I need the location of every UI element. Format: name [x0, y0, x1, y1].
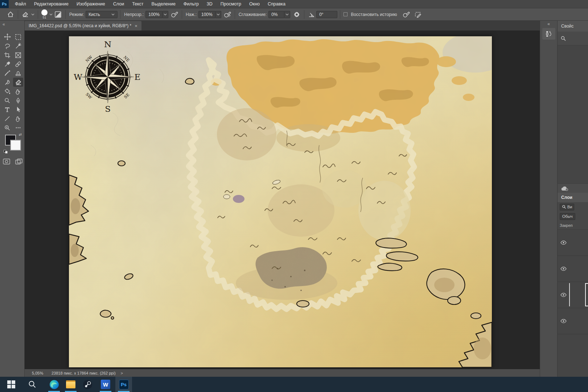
dropdown-caret-icon[interactable]	[163, 11, 168, 18]
more-tools[interactable]	[13, 123, 23, 132]
restore-history-label: Восстановить историю	[351, 12, 397, 17]
layer-row[interactable]	[558, 230, 588, 256]
flow-label: Наж.:	[186, 12, 197, 17]
start-button[interactable]	[3, 377, 20, 392]
taskbar-steam-button[interactable]	[79, 377, 96, 392]
lasso-tool[interactable]	[2, 41, 12, 50]
tablet-pressure-size-icon[interactable]	[402, 10, 411, 19]
layer-row[interactable]	[558, 256, 588, 282]
layer-row-selected[interactable]	[558, 282, 588, 308]
crop-tool[interactable]	[2, 50, 12, 60]
tablet-pressure-opacity-icon[interactable]	[170, 10, 179, 19]
quick-mask-icon[interactable]	[3, 159, 10, 166]
healing-brush-tool[interactable]	[13, 60, 23, 69]
clone-stamp-tool[interactable]	[13, 69, 23, 78]
menu-file[interactable]: Файл	[11, 0, 30, 8]
search-icon[interactable]	[560, 36, 566, 41]
pen-tool[interactable]	[13, 96, 23, 105]
screen-mode-icon[interactable]	[15, 159, 22, 166]
zoom-level-field[interactable]: 5,05%	[32, 371, 46, 375]
menu-3d[interactable]: 3D	[203, 0, 217, 8]
close-tab-icon[interactable]: ×	[135, 23, 137, 29]
layer-visibility-eye-icon[interactable]	[560, 293, 567, 297]
eraser-preset-icon[interactable]	[21, 10, 30, 19]
lock-row: Закреп	[558, 221, 588, 230]
windows-taskbar: W Ps	[0, 377, 588, 392]
dropdown-caret-icon[interactable]	[30, 10, 35, 19]
smudge-tool[interactable]	[13, 87, 23, 96]
search-icon	[28, 380, 37, 389]
hand-tool[interactable]	[13, 114, 23, 123]
eraser-tool[interactable]	[13, 78, 23, 87]
color-swatches: ⇄	[4, 132, 21, 151]
background-color-swatch[interactable]	[10, 140, 21, 151]
menu-bar: Ps Файл Редактирование Изображение Слои …	[0, 0, 588, 8]
history-brush-tool[interactable]	[2, 78, 12, 87]
airbrush-icon[interactable]	[223, 10, 232, 19]
path-select-tool[interactable]	[13, 105, 23, 114]
blend-mode-select[interactable]: Обыч	[560, 213, 575, 220]
layer-row[interactable]	[558, 308, 588, 334]
paint-bucket-tool[interactable]	[2, 87, 12, 96]
history-panel-icon[interactable]	[542, 28, 555, 40]
menu-window[interactable]: Окно	[245, 0, 264, 8]
dropdown-caret-icon	[111, 13, 115, 16]
taskbar-word-button[interactable]: W	[97, 377, 114, 392]
brush-tool[interactable]	[2, 69, 12, 78]
taskbar-photoshop-button[interactable]: Ps	[115, 377, 132, 392]
home-icon[interactable]	[6, 10, 15, 19]
brush-settings-panel-icon[interactable]	[53, 10, 63, 19]
restore-history-checkbox[interactable]	[344, 12, 348, 16]
collapse-tools-icon[interactable]: «	[0, 21, 24, 27]
menu-help[interactable]: Справка	[264, 0, 289, 8]
document-tab[interactable]: IMG_164422.psd @ 5,05% (леса и хуйня, RG…	[25, 21, 141, 30]
erase-to-history-icon[interactable]	[413, 10, 423, 19]
menu-view[interactable]: Просмотр	[217, 0, 245, 8]
layers-panel-title[interactable]: Слои	[558, 193, 588, 202]
brush-angle-value[interactable]: 0°	[316, 11, 337, 18]
dodge-tool[interactable]	[2, 96, 12, 105]
layer-visibility-eye-icon[interactable]	[560, 319, 567, 323]
type-tool[interactable]	[2, 105, 12, 114]
dropdown-caret-icon[interactable]	[284, 11, 290, 18]
menu-layers[interactable]: Слои	[109, 0, 128, 8]
collapse-panels-icon[interactable]: «	[540, 21, 557, 26]
dropdown-caret-icon[interactable]	[215, 11, 221, 18]
smoothing-value[interactable]: 0%	[268, 11, 284, 18]
brush-preview[interactable]: 51	[41, 9, 48, 19]
zoom-tool[interactable]	[2, 123, 12, 132]
taskbar-edge-button[interactable]	[46, 377, 62, 392]
layer-visibility-eye-icon[interactable]	[560, 267, 567, 271]
mode-label: Режим:	[69, 12, 84, 17]
mode-select[interactable]: Кисть	[86, 11, 118, 18]
selected-layer-bracket	[585, 283, 588, 306]
menu-type[interactable]: Текст	[128, 0, 147, 8]
frame-tool[interactable]	[13, 50, 23, 60]
layer-list	[558, 230, 588, 334]
opacity-value[interactable]: 100%	[145, 11, 163, 18]
properties-panel-tab[interactable]: Свойс	[558, 21, 588, 32]
cloud-status-icon[interactable]	[561, 186, 568, 191]
layers-filter-select[interactable]: Ви	[560, 204, 574, 211]
layer-visibility-eye-icon[interactable]	[560, 241, 567, 245]
map-canvas[interactable]: N S W E NW NE SW SE	[69, 36, 492, 367]
dropdown-caret-icon[interactable]	[48, 10, 53, 19]
marquee-tool[interactable]	[13, 32, 23, 41]
menu-select[interactable]: Выделение	[148, 0, 180, 8]
quick-selection-tool[interactable]	[13, 41, 23, 50]
ps-app-icon[interactable]: Ps	[0, 0, 9, 8]
menu-filter[interactable]: Фильтр	[180, 0, 203, 8]
flow-value[interactable]: 100%	[198, 11, 215, 18]
menu-edit[interactable]: Редактирование	[30, 0, 73, 8]
taskbar-search-button[interactable]	[24, 377, 41, 392]
default-colors-icon[interactable]	[4, 150, 8, 154]
smoothing-gear-icon[interactable]	[292, 10, 301, 19]
taskbar-explorer-button[interactable]	[62, 377, 79, 392]
status-chevron-icon[interactable]: >	[121, 371, 123, 375]
menu-image[interactable]: Изображение	[73, 0, 109, 8]
swap-colors-icon[interactable]: ⇄	[19, 132, 22, 136]
line-tool[interactable]	[2, 114, 12, 123]
eyedropper-tool[interactable]	[2, 60, 12, 69]
move-tool[interactable]	[2, 32, 12, 41]
compass-e-label: E	[135, 72, 141, 82]
